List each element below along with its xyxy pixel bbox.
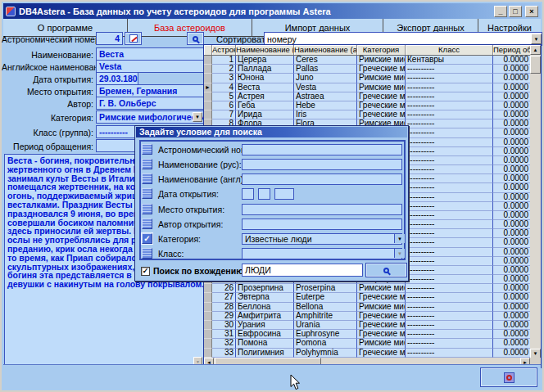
- table-cell[interactable]: 26: [212, 284, 236, 293]
- field-filter-checkbox[interactable]: [142, 173, 152, 184]
- table-row[interactable]: 28БеллонаBellonaРимские мифо----------0.…: [204, 303, 530, 312]
- row-selector[interactable]: [204, 92, 212, 101]
- substring-search-checkbox[interactable]: ✓: [141, 267, 150, 276]
- row-selector[interactable]: [204, 339, 212, 348]
- table-cell[interactable]: 5: [212, 92, 236, 101]
- table-cell[interactable]: 0.0000: [493, 330, 530, 339]
- table-cell[interactable]: ----------: [406, 248, 493, 257]
- table-cell[interactable]: 2: [212, 65, 236, 74]
- table-cell[interactable]: 0.0000: [493, 202, 530, 211]
- table-cell[interactable]: 0.0000: [493, 83, 530, 92]
- table-cell[interactable]: 0.0000: [493, 257, 530, 266]
- table-cell[interactable]: Vesta: [294, 83, 357, 92]
- table-row[interactable]: 29АмфитритаAmphitriteГреческие миф------…: [204, 312, 530, 321]
- row-selector[interactable]: [204, 284, 212, 293]
- run-search-button[interactable]: [365, 263, 407, 277]
- table-cell[interactable]: ----------: [406, 312, 493, 321]
- table-cell[interactable]: ----------: [406, 119, 493, 128]
- field-filter-checkbox[interactable]: [142, 188, 152, 199]
- table-cell[interactable]: Ирида: [236, 110, 294, 119]
- row-selector[interactable]: [204, 293, 212, 302]
- table-cell[interactable]: ----------: [406, 238, 493, 247]
- table-cell[interactable]: ----------: [406, 174, 493, 183]
- table-cell[interactable]: 0.0000: [493, 303, 530, 312]
- table-row[interactable]: 27ЭвтерпаEuterpeГреческие миф----------0…: [204, 293, 530, 302]
- table-cell[interactable]: ----------: [406, 349, 493, 358]
- table-cell[interactable]: ----------: [406, 83, 493, 92]
- table-cell[interactable]: 33: [212, 349, 236, 358]
- field-filter-checkbox[interactable]: [142, 204, 152, 214]
- table-cell[interactable]: 0.0000: [493, 119, 530, 128]
- table-cell[interactable]: 0.0000: [493, 339, 530, 348]
- table-cell[interactable]: Веста: [236, 83, 294, 92]
- table-cell[interactable]: 0.0000: [493, 156, 530, 165]
- table-cell[interactable]: 4: [212, 83, 236, 92]
- header-name-rus[interactable]: Наименование (рус): [236, 45, 294, 55]
- table-row[interactable]: 1ЦерераCeresРимские мифоКентавры0.0000: [204, 56, 530, 65]
- table-cell[interactable]: 0.0000: [493, 74, 530, 83]
- search-month-input[interactable]: [258, 188, 270, 200]
- table-cell[interactable]: Греческие миф: [357, 321, 406, 330]
- table-cell[interactable]: 0.0000: [493, 128, 530, 137]
- table-cell[interactable]: Геба: [236, 101, 294, 110]
- table-cell[interactable]: Pomona: [294, 339, 357, 348]
- table-cell[interactable]: 0.0000: [493, 238, 530, 247]
- table-cell[interactable]: ----------: [406, 183, 493, 192]
- table-cell[interactable]: 1: [212, 56, 236, 65]
- header-class[interactable]: Класс: [406, 45, 493, 55]
- table-cell[interactable]: ----------: [406, 101, 493, 110]
- close-button[interactable]: ×: [525, 6, 538, 17]
- table-cell[interactable]: Евфросина: [236, 330, 294, 339]
- table-cell[interactable]: 0.0000: [493, 349, 530, 358]
- table-cell[interactable]: 0.0000: [493, 92, 530, 101]
- author-field[interactable]: Г. В. Ольберс: [96, 97, 204, 110]
- table-cell[interactable]: 28: [212, 303, 236, 312]
- table-cell[interactable]: 0.0000: [493, 101, 530, 110]
- row-selector[interactable]: [204, 74, 212, 83]
- table-cell[interactable]: Полигимния: [236, 349, 294, 358]
- search-category-select[interactable]: Известные люди: [242, 233, 402, 245]
- table-cell[interactable]: 0.0000: [493, 138, 530, 147]
- table-cell[interactable]: Урания: [236, 321, 294, 330]
- table-cell[interactable]: Iris: [294, 110, 357, 119]
- table-cell[interactable]: Греческие миф: [357, 293, 406, 302]
- search-day-input[interactable]: [242, 188, 254, 200]
- table-cell[interactable]: ----------: [406, 257, 493, 266]
- search-name-eng-input[interactable]: [242, 173, 402, 185]
- sort-dropdown-button[interactable]: ▼: [531, 34, 542, 44]
- table-row[interactable]: 26ПрозерпинаProserpinaРимские мифо------…: [204, 284, 530, 293]
- table-cell[interactable]: 0.0000: [493, 183, 530, 192]
- title-bar[interactable]: DB4Astera - База данных по учету астерои…: [3, 3, 541, 19]
- category-select[interactable]: Римские мифологические пер: [96, 110, 204, 124]
- dialog-title-bar[interactable]: Задайте условие для поиска: [136, 127, 407, 137]
- table-cell[interactable]: Urania: [294, 321, 357, 330]
- vertical-scroll-thumb[interactable]: [530, 56, 541, 74]
- table-cell[interactable]: Римские мифо: [357, 284, 406, 293]
- field-filter-checkbox[interactable]: [142, 159, 152, 169]
- table-cell[interactable]: Греческие миф: [357, 312, 406, 321]
- table-cell[interactable]: Церера: [236, 56, 294, 65]
- table-row[interactable]: 31ЕвфросинаEuphrosyneГреческие миф------…: [204, 330, 530, 339]
- row-selector[interactable]: [204, 65, 212, 74]
- table-cell[interactable]: Euterpe: [294, 293, 357, 302]
- table-cell[interactable]: Греческие миф: [357, 330, 406, 339]
- search-term-input[interactable]: ЛЮДИ: [242, 264, 363, 277]
- table-cell[interactable]: Римские мифо: [357, 74, 406, 83]
- table-cell[interactable]: Hebe: [294, 101, 357, 110]
- table-cell[interactable]: 0.0000: [493, 174, 530, 183]
- vertical-scrollbar[interactable]: ▲ ▼: [530, 45, 541, 358]
- table-row[interactable]: 6ГебаHebeГреческие миф----------0.0000: [204, 101, 530, 110]
- name-eng-field[interactable]: Vesta: [96, 60, 204, 73]
- table-row[interactable]: 7ИридаIrisГреческие миф----------0.0000: [204, 110, 530, 119]
- search-author-input[interactable]: [242, 219, 402, 230]
- table-cell[interactable]: Паллада: [236, 65, 294, 74]
- table-cell[interactable]: Bellona: [294, 303, 357, 312]
- table-cell[interactable]: ----------: [406, 193, 493, 202]
- table-cell[interactable]: ----------: [406, 74, 493, 83]
- row-selector[interactable]: [204, 321, 212, 330]
- table-cell[interactable]: 7: [212, 110, 236, 119]
- table-row[interactable]: 33ПолигимнияPolyhymniaГреческие миф-----…: [204, 349, 530, 358]
- table-cell[interactable]: 0.0000: [493, 284, 530, 293]
- row-selector[interactable]: [204, 303, 212, 312]
- table-cell[interactable]: 31: [212, 330, 236, 339]
